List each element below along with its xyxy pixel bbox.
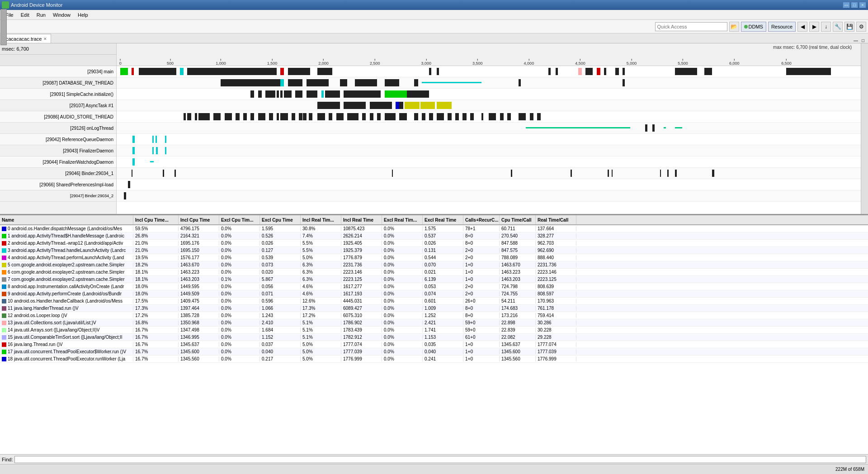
memory-info: 222M of 658M xyxy=(835,467,864,472)
tab-label: cacacacac.trace xyxy=(6,36,42,42)
table-row[interactable]: 17 java.util.concurrent.ThreadPoolExecut… xyxy=(0,348,868,356)
toolbar-btn-4[interactable]: 🔧 xyxy=(833,22,843,32)
tick-500: 500 xyxy=(167,59,174,66)
toolbar-btn-3[interactable]: ↓ xyxy=(821,22,831,32)
col-header-excl-cpu-pct[interactable]: Excl Cpu Tim... xyxy=(219,215,260,224)
tick-2500: 2,500 xyxy=(370,59,380,66)
resource-label: Resource xyxy=(771,24,793,29)
trace-row-logthread xyxy=(117,123,861,134)
thread-label-3: [29107] AsyncTask #1 xyxy=(0,100,116,111)
thread-label-10: [29066] SharedPreferencesImpl-load xyxy=(0,179,116,190)
toolbar-btn-1[interactable]: ◀ xyxy=(797,22,807,32)
table-row[interactable]: 6 com.google.android.exoplayer2.upstream… xyxy=(0,269,868,276)
trace-row-refqueue xyxy=(117,134,861,145)
table-row[interactable]: 2 android.app.ActivityThread.-wrap12 (La… xyxy=(0,240,868,247)
col-header-incl-cpu[interactable]: Incl Cpu Time xyxy=(179,215,219,224)
tick-5000: 5,000 xyxy=(627,59,637,66)
col-header-excl-real-pct[interactable]: Excl Real Tim... xyxy=(382,215,423,224)
col-header-excl-cpu[interactable]: Excl Cpu Time xyxy=(260,215,301,224)
trace-row-finalizer xyxy=(117,145,861,156)
table-row[interactable]: 1 android.app.ActivityThread$H.handleMes… xyxy=(0,232,868,240)
col-header-calls[interactable]: Calls+RecurC... xyxy=(463,215,500,224)
table-row[interactable]: 4 android.app.ActivityThread.performLaun… xyxy=(0,254,868,261)
find-bar: Find: xyxy=(0,454,868,464)
trace-row-audio xyxy=(117,111,861,123)
tab-max-button[interactable]: □ xyxy=(860,38,866,43)
menu-edit[interactable]: Edit xyxy=(17,11,33,19)
table-row[interactable]: 12 android.os.Looper.loop ()V 17.2% 1385… xyxy=(0,312,868,319)
data-table-section: Name Incl Cpu Time... Incl Cpu Time Excl… xyxy=(0,215,868,464)
thread-label-6: [29042] ReferenceQueueDaemon xyxy=(0,134,116,145)
thread-label-0: [29034] main xyxy=(0,66,116,77)
table-row[interactable]: 11 java.lang.HandlerThread.run ()V 17.3%… xyxy=(0,305,868,312)
table-row[interactable]: 0 android.os.Handler.dispatchMessage (La… xyxy=(0,225,868,232)
trace-row-extra xyxy=(117,190,861,202)
col-header-real-call[interactable]: Real Time/Call xyxy=(536,215,576,224)
labels-panel: msec: 6,700 [29034] main [29087] DATABAS… xyxy=(0,43,117,214)
tab-trace[interactable]: cacacacac.trace ✕ xyxy=(2,34,51,43)
thread-label-1: [29087] DATABASE_RW_THREAD xyxy=(0,77,116,89)
thread-label-2: [29091] SimpleCache.initialize() xyxy=(0,89,116,100)
menu-run[interactable]: Run xyxy=(33,11,49,19)
tab-bar: cacacacac.trace ✕ — □ xyxy=(0,33,868,43)
toolbar-btn-2[interactable]: ▶ xyxy=(809,22,819,32)
menu-window[interactable]: Window xyxy=(49,11,74,19)
trace-row-db xyxy=(117,77,861,89)
quick-access-input[interactable] xyxy=(655,22,727,31)
ddms-status-dot xyxy=(744,25,748,28)
trace-scrollbar[interactable] xyxy=(861,43,868,214)
table-row[interactable]: 8 android.app.Instrumentation.callActivi… xyxy=(0,283,868,290)
table-row[interactable]: 13 java.util.Collections.sort (Ljava/uti… xyxy=(0,319,868,327)
col-header-cpu-call[interactable]: Cpu Time/Call xyxy=(500,215,536,224)
thread-label-4: [29086] AUDIO_STORE_THREAD xyxy=(0,111,116,123)
tick-4000: 4,000 xyxy=(524,59,534,66)
trace-panel[interactable]: max msec: 6,700 (real time, dual clock) … xyxy=(117,43,861,214)
table-row[interactable]: 7 com.google.android.exoplayer2.upstream… xyxy=(0,276,868,283)
tick-1000: 1,000 xyxy=(216,59,226,66)
status-bar: 222M of 658M xyxy=(0,464,868,474)
table-row[interactable]: 3 android.app.ActivityThread.handleLaunc… xyxy=(0,247,868,254)
trace-area: msec: 6,700 [29034] main [29087] DATABAS… xyxy=(0,43,868,215)
trace-row-asynctask xyxy=(117,100,861,111)
minimize-button[interactable]: — xyxy=(843,2,850,8)
col-header-incl-cpu-pct[interactable]: Incl Cpu Time... xyxy=(133,215,179,224)
toolbar: 📂 DDMS Resource ◀ ▶ ↓ 🔧 💾 ⚙ xyxy=(0,20,868,33)
table-row[interactable]: 5 com.google.android.exoplayer2.upstream… xyxy=(0,261,868,269)
table-row[interactable]: 14 java.util.Arrays.sort ([Ljava/lang/Ob… xyxy=(0,327,868,334)
maximize-button[interactable]: □ xyxy=(851,2,858,8)
folder-open-button[interactable]: 📂 xyxy=(729,22,739,32)
ruler-bar: 0 500 1,000 1,500 2,000 2,500 3,000 3,50… xyxy=(117,43,861,66)
table-row[interactable]: 15 java.util.ComparableTimSort.sort ([Lj… xyxy=(0,334,868,341)
ruler-row-empty xyxy=(0,55,116,66)
tick-6000: 6,000 xyxy=(729,59,740,66)
col-header-incl-real[interactable]: Incl Real Time xyxy=(341,215,382,224)
trace-row-sharedprefs xyxy=(117,179,861,190)
table-row[interactable]: 10 android.os.Handler.handleCallback (La… xyxy=(0,298,868,305)
toolbar-btn-6[interactable]: ⚙ xyxy=(856,22,866,32)
table-row[interactable]: 16 java.lang.Thread.run ()V 16.7% 1345.6… xyxy=(0,341,868,348)
thread-label-9: [29046] Binder:29034_1 xyxy=(0,168,116,179)
table-row[interactable]: 9 android.app.Activity.performCreate (La… xyxy=(0,290,868,298)
menu-bar: File Edit Run Window Help xyxy=(0,10,868,20)
tab-min-button[interactable]: — xyxy=(852,38,860,43)
col-header-incl-real-pct[interactable]: Incl Real Tim... xyxy=(301,215,341,224)
tick-0: 0 xyxy=(119,59,122,66)
tick-5500: 5,500 xyxy=(678,59,688,66)
menu-help[interactable]: Help xyxy=(74,11,92,19)
thread-label-11: [29047] Binder:29034_2 xyxy=(0,190,116,202)
table-row[interactable]: 18 java.util.concurrent.ThreadPoolExecut… xyxy=(0,356,868,363)
resource-button[interactable]: Resource xyxy=(768,22,796,32)
col-header-excl-real[interactable]: Excl Real Time xyxy=(423,215,463,224)
find-input[interactable] xyxy=(14,456,866,463)
close-button[interactable]: × xyxy=(859,2,866,8)
ddms-button[interactable]: DDMS xyxy=(741,22,766,32)
trace-row-main xyxy=(117,66,861,77)
col-header-name[interactable]: Name xyxy=(0,215,133,224)
tab-close-button[interactable]: ✕ xyxy=(43,37,47,41)
msec-label: msec: 6,700 xyxy=(0,43,116,55)
trace-row-simplecache xyxy=(117,89,861,100)
ddms-label: DDMS xyxy=(749,24,763,29)
toolbar-btn-5[interactable]: 💾 xyxy=(844,22,854,32)
table-header: Name Incl Cpu Time... Incl Cpu Time Excl… xyxy=(0,215,868,225)
main-content: cacacacac.trace ✕ — □ msec: 6,700 [29034… xyxy=(0,33,868,464)
